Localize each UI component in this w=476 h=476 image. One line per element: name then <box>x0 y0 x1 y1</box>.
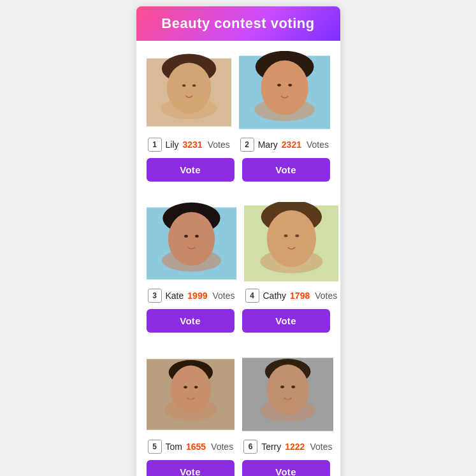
rank-badge-3: 3 <box>148 289 162 303</box>
svg-point-46 <box>184 386 187 388</box>
vote-count-2: 2321 <box>282 140 301 150</box>
candidate-photo-2 <box>239 51 330 134</box>
vote-button-cell-2: Vote <box>238 158 334 182</box>
svg-point-57 <box>292 386 296 388</box>
candidates-grid: 3Kate1999 Votes 4Cathy1798 Votes <box>136 192 340 307</box>
vote-button-4[interactable]: Vote <box>242 309 330 333</box>
candidate-photo-1 <box>147 51 231 134</box>
candidates-grid: 1Lily3231 Votes 2Mary2321 Votes <box>136 41 340 155</box>
votes-label-3: Votes <box>212 291 234 301</box>
svg-point-39 <box>260 250 322 273</box>
svg-point-6 <box>182 84 185 87</box>
svg-point-8 <box>184 89 192 94</box>
candidate-cell-6: 6Terry1222 Votes <box>238 349 337 458</box>
vote-count-5: 1655 <box>186 442 206 452</box>
votes-label-5: Votes <box>211 442 233 452</box>
svg-point-38 <box>286 240 296 245</box>
svg-point-19 <box>254 98 315 121</box>
rank-badge-4: 4 <box>245 289 259 303</box>
vote-button-6[interactable]: Vote <box>242 460 330 476</box>
candidate-name-5: Tom <box>166 442 182 452</box>
votes-label-2: Votes <box>307 140 329 150</box>
candidate-cell-5: 5Tom1655 Votes <box>143 349 239 458</box>
svg-point-27 <box>195 235 199 238</box>
vote-button-row: VoteVote <box>136 155 340 188</box>
svg-point-49 <box>164 399 217 421</box>
candidate-info-3: 3Kate1999 Votes <box>147 289 236 303</box>
rank-badge-5: 5 <box>148 440 162 454</box>
svg-point-48 <box>186 391 195 396</box>
vote-button-3[interactable]: Vote <box>147 309 234 333</box>
svg-point-17 <box>288 83 292 86</box>
candidate-photo-3 <box>147 202 236 285</box>
candidate-photo-6 <box>242 353 333 436</box>
candidate-name-6: Terry <box>261 442 281 452</box>
votes-label-1: Votes <box>208 140 230 150</box>
candidates-grid: 5Tom1655 Votes 6Terry1222 Votes <box>136 343 340 458</box>
rank-badge-2: 2 <box>240 138 254 152</box>
candidate-cell-2: 2Mary2321 Votes <box>235 47 334 155</box>
svg-point-29 <box>161 249 220 271</box>
candidate-name-2: Mary <box>258 140 278 150</box>
vote-count-1: 3231 <box>183 140 203 150</box>
app-container: Beauty contest voting 1Lily3231 Votes 2M… <box>136 6 340 476</box>
vote-button-row: VoteVote <box>136 458 340 476</box>
vote-button-cell-1: Vote <box>143 158 238 182</box>
vote-button-cell-5: Vote <box>143 460 238 476</box>
candidate-pair-row: 3Kate1999 Votes 4Cathy1798 VotesVoteVote <box>136 192 340 339</box>
candidate-info-1: 1Lily3231 Votes <box>147 138 231 152</box>
svg-point-47 <box>194 386 198 388</box>
header: Beauty contest voting <box>136 6 340 41</box>
svg-point-59 <box>261 399 315 422</box>
vote-button-cell-4: Vote <box>238 309 334 333</box>
candidate-info-2: 2Mary2321 Votes <box>239 138 330 152</box>
candidate-info-6: 6Terry1222 Votes <box>242 440 333 454</box>
candidate-name-3: Kate <box>166 291 184 301</box>
candidate-cell-3: 3Kate1999 Votes <box>143 198 240 307</box>
vote-count-4: 1798 <box>290 291 310 301</box>
vote-button-cell-6: Vote <box>238 460 334 476</box>
svg-point-37 <box>295 234 299 237</box>
vote-count-3: 1999 <box>187 291 207 301</box>
candidate-cell-1: 1Lily3231 Votes <box>143 47 235 155</box>
svg-point-58 <box>284 391 292 396</box>
candidate-pair-row: 5Tom1655 Votes 6Terry1222 VotesVoteVote <box>136 343 340 476</box>
svg-point-9 <box>161 98 217 119</box>
vote-button-5[interactable]: Vote <box>147 460 234 476</box>
svg-point-56 <box>280 386 284 388</box>
vote-button-row: VoteVote <box>136 307 340 339</box>
vote-count-6: 1222 <box>285 442 305 452</box>
votes-label-4: Votes <box>315 291 337 301</box>
vote-button-1[interactable]: Vote <box>147 158 234 182</box>
svg-point-7 <box>192 84 195 87</box>
svg-point-36 <box>284 234 287 237</box>
votes-label-6: Votes <box>310 442 332 452</box>
rank-badge-1: 1 <box>148 138 162 152</box>
svg-point-16 <box>277 83 281 86</box>
page-title: Beauty contest voting <box>161 15 314 31</box>
candidate-name-4: Cathy <box>263 291 287 301</box>
candidates-area: 1Lily3231 Votes 2Mary2321 VotesVoteVote … <box>136 41 340 476</box>
candidate-name-1: Lily <box>166 140 179 150</box>
svg-point-28 <box>187 240 196 245</box>
candidate-photo-4 <box>244 202 339 285</box>
vote-button-2[interactable]: Vote <box>242 158 330 182</box>
candidate-info-4: 4Cathy1798 Votes <box>244 289 339 303</box>
candidate-cell-4: 4Cathy1798 Votes <box>240 198 340 307</box>
candidate-photo-5 <box>147 353 235 436</box>
candidate-info-5: 5Tom1655 Votes <box>147 440 235 454</box>
candidate-pair-row: 1Lily3231 Votes 2Mary2321 VotesVoteVote <box>136 41 340 188</box>
svg-point-26 <box>184 235 188 238</box>
rank-badge-6: 6 <box>243 440 257 454</box>
vote-button-cell-3: Vote <box>143 309 238 333</box>
svg-point-18 <box>280 89 289 94</box>
